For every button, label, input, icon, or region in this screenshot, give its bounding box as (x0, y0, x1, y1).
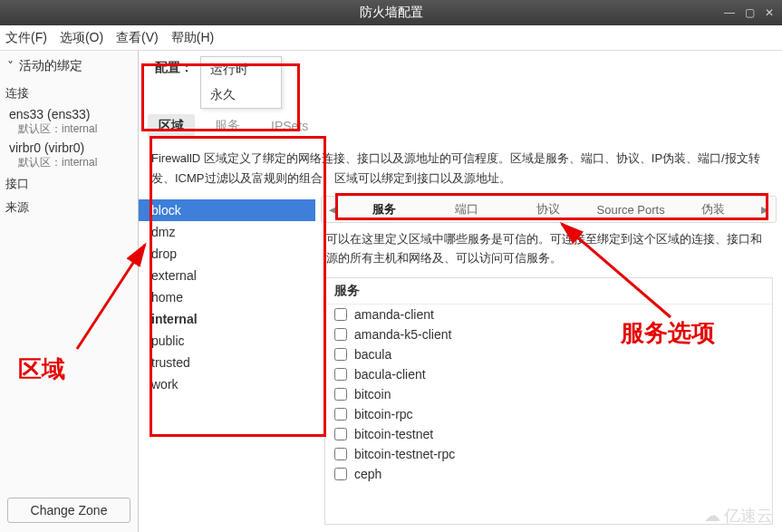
service-checkbox[interactable] (334, 408, 347, 421)
close-icon[interactable]: ✕ (762, 5, 777, 20)
service-name: ceph (354, 467, 381, 481)
cloud-icon: ☁ (704, 506, 720, 526)
config-dropdown[interactable]: 运行时 永久 (200, 56, 282, 109)
service-checkbox[interactable] (334, 448, 347, 460)
service-checkbox[interactable] (334, 428, 347, 440)
minimize-icon[interactable]: — (722, 5, 737, 20)
titlebar: 防火墙配置 — ▢ ✕ (0, 0, 782, 25)
zone-list: block dmz drop external home internal pu… (139, 194, 315, 532)
maximize-icon[interactable]: ▢ (742, 5, 757, 20)
connection-zone: 默认区：internal (9, 121, 129, 137)
watermark-text: 亿速云 (724, 505, 773, 527)
service-checkbox[interactable] (334, 328, 347, 341)
tab-zone[interactable]: 区域 (148, 114, 195, 138)
service-description: 可以在这里定义区域中哪些服务是可信的。可连接至绑定到这个区域的连接、接口和源的所… (315, 225, 782, 274)
service-row[interactable]: bitcoin-testnet (325, 424, 772, 444)
config-option-permanent[interactable]: 永久 (201, 82, 281, 108)
service-name: bacula (354, 347, 391, 362)
service-name: bitcoin-testnet (354, 427, 433, 441)
zone-item-external[interactable]: external (139, 265, 315, 286)
zone-item-drop[interactable]: drop (139, 243, 315, 265)
chevron-down-icon: ˅ (7, 59, 14, 73)
config-option-runtime[interactable]: 运行时 (201, 57, 281, 82)
service-row[interactable]: bitcoin-testnet-rpc (325, 444, 772, 464)
service-list: 服务 amanda-clientamanda-k5-clientbaculaba… (324, 277, 773, 525)
left-pane: ˅ 活动的绑定 连接 ens33 (ens33) 默认区：internal vi… (0, 51, 139, 532)
service-row[interactable]: ceph (325, 464, 772, 484)
connection-item[interactable]: ens33 (ens33) 默认区：internal (0, 105, 138, 139)
service-row[interactable]: bitcoin (325, 384, 772, 404)
main-tabs: 区域 服务 IPSets (139, 109, 782, 143)
service-name: bacula-client (354, 367, 426, 382)
service-row[interactable]: amanda-client (325, 305, 772, 324)
connection-zone: 默认区：internal (9, 155, 129, 170)
service-checkbox[interactable] (334, 388, 347, 401)
zone-description: FirewallD 区域定义了绑定的网络连接、接口以及源地址的可信程度。区域是服… (139, 143, 782, 194)
subtab-source-ports[interactable]: Source Ports (590, 198, 672, 221)
service-name: bitcoin (354, 387, 391, 401)
subtab-service[interactable]: 服务 (343, 197, 426, 222)
connection-name: ens33 (ens33) (9, 107, 129, 121)
zone-item-internal[interactable]: internal (139, 308, 315, 330)
menubar: 文件(F) 选项(O) 查看(V) 帮助(H) (0, 25, 782, 51)
service-name: bitcoin-testnet-rpc (354, 447, 455, 461)
service-column-header: 服务 (325, 278, 772, 305)
change-zone-button[interactable]: Change Zone (7, 498, 130, 523)
sub-tabs: ◀ 服务 端口 协议 Source Ports 伪装 ▶ (321, 196, 777, 223)
zone-item-home[interactable]: home (139, 286, 315, 308)
service-checkbox[interactable] (334, 468, 347, 480)
scroll-right-icon[interactable]: ▶ (754, 200, 776, 219)
subtab-masquerade[interactable]: 伪装 (671, 197, 754, 222)
menu-help[interactable]: 帮助(H) (171, 30, 214, 46)
tab-services[interactable]: 服务 (204, 114, 251, 138)
interfaces-header: 接口 (0, 172, 138, 196)
service-checkbox[interactable] (334, 368, 347, 381)
service-row[interactable]: bitcoin-rpc (325, 404, 772, 424)
connection-item[interactable]: virbr0 (virbr0) 默认区：internal (0, 139, 138, 172)
active-bindings-label: 活动的绑定 (19, 58, 82, 74)
zone-item-work[interactable]: work (139, 373, 315, 395)
connection-name: virbr0 (virbr0) (9, 140, 129, 155)
service-name: amanda-k5-client (354, 327, 451, 342)
menu-file[interactable]: 文件(F) (5, 30, 47, 46)
zone-item-trusted[interactable]: trusted (139, 352, 315, 373)
menu-view[interactable]: 查看(V) (116, 30, 159, 46)
zone-item-public[interactable]: public (139, 330, 315, 352)
window-title: 防火墙配置 (360, 5, 423, 21)
watermark: ☁ 亿速云 (704, 505, 773, 527)
menu-options[interactable]: 选项(O) (60, 30, 103, 46)
service-checkbox[interactable] (334, 348, 347, 361)
config-label: 配置： (148, 56, 200, 80)
subtab-ports[interactable]: 端口 (426, 197, 508, 222)
active-bindings-expander[interactable]: ˅ 活动的绑定 (0, 51, 138, 82)
right-pane: 配置： 运行时 永久 区域 服务 IPSets FirewallD 区域定义了绑… (139, 51, 782, 532)
sources-header: 来源 (0, 196, 138, 219)
zone-item-dmz[interactable]: dmz (139, 221, 315, 243)
scroll-left-icon[interactable]: ◀ (322, 200, 343, 219)
subtab-protocol[interactable]: 协议 (507, 197, 590, 222)
service-checkbox[interactable] (334, 308, 347, 321)
service-row[interactable]: amanda-k5-client (325, 324, 772, 344)
service-name: amanda-client (354, 307, 434, 322)
tab-ipsets[interactable]: IPSets (260, 115, 319, 137)
service-row[interactable]: bacula-client (325, 364, 772, 384)
connections-header: 连接 (0, 82, 138, 105)
service-name: bitcoin-rpc (354, 407, 413, 421)
service-row[interactable]: bacula (325, 344, 772, 364)
zone-item-block[interactable]: block (139, 199, 315, 221)
